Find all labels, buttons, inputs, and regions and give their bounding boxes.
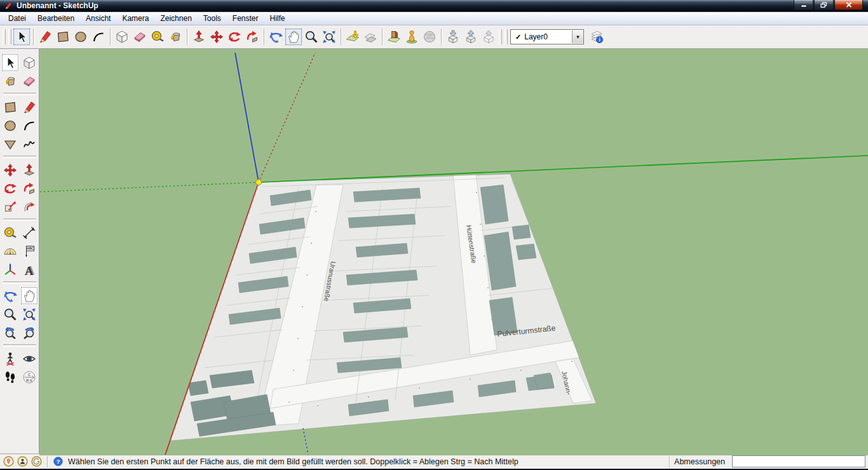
layers-manager-button[interactable] bbox=[588, 28, 606, 46]
orbit-button[interactable] bbox=[267, 28, 285, 46]
tape-measure-button[interactable] bbox=[149, 28, 166, 46]
help-icon[interactable] bbox=[52, 455, 64, 467]
import-model-icon bbox=[445, 29, 461, 44]
geolocation-icon[interactable] bbox=[3, 455, 15, 467]
model-canvas[interactable]: Uranusstraße Hüttenstraße Pulverturmstra… bbox=[39, 49, 868, 455]
terrain-icon bbox=[363, 29, 378, 44]
tool-text[interactable] bbox=[20, 242, 38, 260]
close-button[interactable] bbox=[834, 0, 863, 10]
arc-icon bbox=[91, 29, 106, 44]
tool-zoom[interactable] bbox=[1, 305, 19, 323]
sketchup-app-icon[interactable] bbox=[4, 1, 13, 10]
tool-circle[interactable] bbox=[1, 116, 19, 135]
move-button[interactable] bbox=[208, 28, 226, 46]
paint-bucket-icon bbox=[3, 74, 18, 89]
tool-protractor[interactable] bbox=[1, 242, 19, 260]
tool-position-camera[interactable] bbox=[1, 349, 19, 368]
scale-icon bbox=[3, 199, 18, 215]
restore-button[interactable] bbox=[814, 0, 834, 10]
tool-move[interactable] bbox=[1, 161, 19, 179]
rotate-button[interactable] bbox=[226, 28, 243, 46]
offset-icon bbox=[22, 199, 37, 215]
tool-rectangle[interactable] bbox=[1, 98, 19, 116]
tool-section-plane[interactable] bbox=[20, 368, 38, 386]
tool-freehand[interactable] bbox=[20, 135, 38, 153]
text-icon bbox=[22, 244, 37, 259]
toolbar-separator bbox=[441, 29, 442, 45]
photo-textures-icon bbox=[386, 29, 402, 44]
tool-dimension[interactable] bbox=[20, 224, 38, 242]
push-pull-icon bbox=[191, 29, 207, 44]
chevron-down-icon[interactable]: ▼ bbox=[572, 30, 583, 43]
tool-pan[interactable] bbox=[20, 286, 38, 305]
pan-button[interactable] bbox=[285, 28, 302, 46]
make-component-button[interactable] bbox=[113, 28, 131, 46]
tool-zoom-previous[interactable] bbox=[1, 323, 19, 342]
toolbar-separator bbox=[187, 29, 187, 45]
push-pull-button[interactable] bbox=[190, 28, 208, 46]
tool-select[interactable] bbox=[1, 53, 19, 72]
select-button[interactable] bbox=[13, 28, 31, 46]
tool-3d-text[interactable] bbox=[20, 260, 38, 279]
zoom-extents-button[interactable] bbox=[320, 28, 338, 46]
preview-google-earth-button[interactable] bbox=[421, 28, 438, 46]
tool-rotate[interactable] bbox=[1, 179, 19, 198]
tool-tape-measure[interactable] bbox=[1, 224, 19, 242]
tool-push-pull[interactable] bbox=[20, 161, 38, 179]
tool-orbit[interactable] bbox=[1, 286, 19, 305]
orbit-icon bbox=[3, 288, 18, 304]
get-models-button[interactable] bbox=[403, 28, 421, 46]
circle-button[interactable] bbox=[72, 28, 90, 46]
menu-hilfe[interactable]: Hilfe bbox=[264, 12, 291, 25]
line-button[interactable] bbox=[36, 28, 54, 46]
zoom-button[interactable] bbox=[302, 28, 320, 46]
menu-bearbeiten[interactable]: Bearbeiten bbox=[32, 12, 80, 25]
tool-arc[interactable] bbox=[20, 116, 38, 135]
share-component-button[interactable] bbox=[480, 28, 498, 46]
toolbar-grip[interactable] bbox=[3, 29, 6, 44]
eye-icon bbox=[22, 351, 37, 366]
menu-ansicht[interactable]: Ansicht bbox=[80, 12, 116, 25]
photo-textures-button[interactable] bbox=[385, 28, 403, 46]
minimize-button[interactable] bbox=[794, 0, 813, 10]
toolbar-grip[interactable] bbox=[505, 29, 508, 44]
orbit-icon bbox=[268, 29, 283, 44]
import-model-button[interactable] bbox=[444, 28, 462, 46]
menu-fenster[interactable]: Fenster bbox=[227, 12, 264, 25]
follow-me-button[interactable] bbox=[243, 28, 261, 46]
tool-eraser[interactable] bbox=[20, 72, 38, 90]
share-model-button[interactable] bbox=[462, 28, 480, 46]
add-location-button[interactable] bbox=[344, 28, 362, 46]
tool-polygon[interactable] bbox=[1, 135, 19, 153]
attribution-icon[interactable] bbox=[17, 455, 29, 467]
tool-zoom-next[interactable] bbox=[20, 323, 38, 342]
rectangle-button[interactable] bbox=[54, 28, 72, 46]
tool-scale[interactable] bbox=[1, 198, 19, 216]
menu-datei[interactable]: Datei bbox=[3, 12, 32, 25]
window-title: Unbenannt - SketchUp bbox=[17, 1, 98, 10]
toggle-terrain-button[interactable] bbox=[362, 28, 379, 46]
tool-walk[interactable] bbox=[1, 368, 19, 386]
tool-paint-bucket[interactable] bbox=[1, 72, 19, 90]
measurements-input[interactable] bbox=[732, 455, 865, 467]
tool-look-around[interactable] bbox=[20, 349, 38, 368]
toolbar-grip[interactable] bbox=[8, 29, 11, 44]
paint-bucket-button[interactable] bbox=[166, 28, 184, 46]
tool-axes[interactable] bbox=[1, 260, 19, 279]
viewport[interactable]: Uranusstraße Hüttenstraße Pulverturmstra… bbox=[39, 49, 868, 453]
tool-make-component[interactable] bbox=[20, 53, 38, 72]
menu-kamera[interactable]: Kamera bbox=[116, 12, 154, 25]
tape-measure-icon bbox=[150, 29, 165, 44]
tool-zoom-extents[interactable] bbox=[20, 305, 38, 323]
tool-follow-me[interactable] bbox=[20, 179, 38, 198]
menu-tools[interactable]: Tools bbox=[198, 12, 227, 25]
eraser-button[interactable] bbox=[131, 28, 149, 46]
rotate-icon bbox=[227, 29, 242, 44]
tool-line[interactable] bbox=[20, 98, 38, 116]
menu-zeichnen[interactable]: Zeichnen bbox=[154, 12, 197, 25]
tool-offset[interactable] bbox=[20, 198, 38, 216]
layer-dropdown[interactable]: ✓ Layer0 ▼ bbox=[510, 29, 584, 44]
toolbar-grip[interactable] bbox=[499, 29, 502, 44]
arc-button[interactable] bbox=[90, 28, 107, 46]
google-signin-icon[interactable] bbox=[31, 455, 43, 467]
